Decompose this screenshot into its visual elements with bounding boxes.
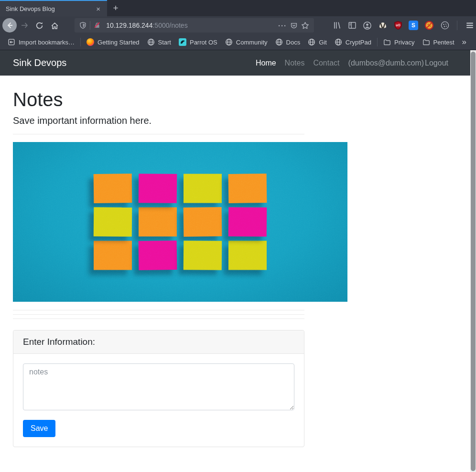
bookmark-label: Community <box>236 39 268 46</box>
extension-cookie-icon[interactable] <box>440 21 450 30</box>
photo-texture <box>13 142 347 302</box>
reload-icon <box>35 22 43 30</box>
nav-link-contact[interactable]: Contact <box>309 59 344 67</box>
url-text[interactable]: 10.129.186.244:5000/notes <box>106 22 275 29</box>
navbar-brand[interactable]: Sink Devops <box>13 57 66 68</box>
url-host: 10.129.186.244 <box>106 22 152 29</box>
reload-button[interactable] <box>32 18 47 33</box>
bookmark-community[interactable]: Community <box>221 37 271 47</box>
insecure-lock-icon[interactable] <box>94 22 101 29</box>
bookmark-cryptpad[interactable]: CryptPad <box>331 37 375 47</box>
browser-chrome: Sink Devops Blog × + <box>0 0 476 50</box>
folder-icon <box>383 38 391 46</box>
url-path: :5000/notes <box>152 22 187 29</box>
parrot-icon <box>179 38 186 46</box>
forward-button[interactable] <box>17 18 32 33</box>
site-navbar: Sink Devops Home Notes Contact (dumbos@d… <box>0 50 476 76</box>
bookmark-label: CryptPad <box>346 39 371 46</box>
bookmarks-bar: Import bookmarks… Getting Started Start … <box>0 34 476 50</box>
extension-ublock-icon[interactable]: uO <box>394 21 402 30</box>
sidebar-icon[interactable] <box>348 21 357 30</box>
firefox-icon <box>87 38 94 46</box>
toolbar-separator <box>457 21 457 30</box>
tab-title: Sink Devops Blog <box>6 5 94 12</box>
browser-tab[interactable]: Sink Devops Blog × <box>0 0 107 16</box>
toolbar-icons: uO S <box>333 21 474 30</box>
divider <box>13 310 304 310</box>
bookmarks-overflow-icon[interactable]: » <box>462 37 472 47</box>
bookmark-label: Pentest <box>433 39 454 46</box>
navbar-user-email: (dumbos@dumb.com) <box>344 59 425 67</box>
bookmark-label: Import bookmarks… <box>19 39 75 46</box>
bookmark-import[interactable]: Import bookmarks… <box>4 37 78 47</box>
save-button[interactable]: Save <box>23 420 55 437</box>
back-icon <box>2 18 17 33</box>
page-actions-icon[interactable]: ··· <box>278 22 287 30</box>
page-title: Notes <box>13 89 476 110</box>
globe-icon <box>225 38 233 46</box>
forward-icon <box>21 22 28 29</box>
pocket-icon[interactable] <box>290 22 298 29</box>
bookmark-docs[interactable]: Docs <box>271 37 304 47</box>
divider <box>13 134 304 134</box>
globe-icon <box>147 38 155 46</box>
bookmark-folder-privacy[interactable]: Privacy <box>379 37 419 47</box>
bookmark-label: Parrot OS <box>190 39 217 46</box>
urlbar-separator <box>90 21 90 30</box>
bookmark-parrot-os[interactable]: Parrot OS <box>175 37 221 47</box>
browser-toolbar: 10.129.186.244:5000/notes ··· <box>0 16 476 34</box>
bookmark-star-icon[interactable] <box>301 22 309 30</box>
home-icon <box>51 22 59 30</box>
notes-form-card: Enter Information: Save <box>13 330 304 447</box>
navbar-links: Home Notes Contact (dumbos@dumb.com) Log… <box>251 59 453 67</box>
scrollbar-thumb[interactable] <box>471 52 476 471</box>
globe-icon <box>335 38 342 46</box>
bookmark-start[interactable]: Start <box>143 37 175 47</box>
page-viewport: Sink Devops Home Notes Contact (dumbos@d… <box>0 50 476 472</box>
bookmarks-separator <box>377 38 378 46</box>
divider <box>13 318 304 319</box>
tab-strip: Sink Devops Blog × + <box>0 0 476 16</box>
menu-icon[interactable] <box>465 21 474 30</box>
url-bar[interactable]: 10.129.186.244:5000/notes ··· <box>75 18 314 33</box>
divider <box>13 314 304 315</box>
bookmark-folder-pentest[interactable]: Pentest <box>419 37 458 47</box>
tracking-shield-icon[interactable] <box>79 22 87 29</box>
bookmarks-separator <box>80 38 81 46</box>
import-icon <box>8 38 15 46</box>
extension-s-icon[interactable]: S <box>409 21 418 30</box>
main-content: Notes Save important information here. E… <box>0 89 476 447</box>
notes-textarea[interactable] <box>23 363 294 410</box>
sticky-notes-photo <box>13 142 347 302</box>
tab-close-icon[interactable]: × <box>94 5 102 13</box>
card-body: Save <box>13 354 304 447</box>
bookmark-label: Privacy <box>394 39 415 46</box>
library-icon[interactable] <box>333 21 342 30</box>
svg-text:uO: uO <box>396 23 400 27</box>
card-header: Enter Information: <box>13 330 304 354</box>
back-button[interactable] <box>2 18 17 33</box>
bookmark-label: Getting Started <box>97 39 139 46</box>
home-button[interactable] <box>47 18 63 33</box>
globe-icon <box>308 38 315 46</box>
bookmark-label: Git <box>319 39 327 46</box>
globe-icon <box>275 38 283 46</box>
extension-cookie-blocked-icon[interactable] <box>424 21 434 30</box>
page-scrollbar[interactable] <box>470 50 476 472</box>
bookmark-git[interactable]: Git <box>304 37 331 47</box>
bookmark-label: Start <box>158 39 171 46</box>
page-lead: Save important information here. <box>13 115 476 126</box>
account-icon[interactable] <box>363 21 372 30</box>
bookmark-getting-started[interactable]: Getting Started <box>83 37 143 47</box>
new-tab-button[interactable]: + <box>107 0 124 16</box>
nav-link-notes[interactable]: Notes <box>281 59 309 67</box>
extension-badger-icon[interactable] <box>378 21 388 30</box>
nav-link-home[interactable]: Home <box>251 59 281 67</box>
bookmark-label: Docs <box>286 39 301 46</box>
folder-icon <box>422 38 430 46</box>
nav-link-logout[interactable]: Logout <box>425 59 453 67</box>
